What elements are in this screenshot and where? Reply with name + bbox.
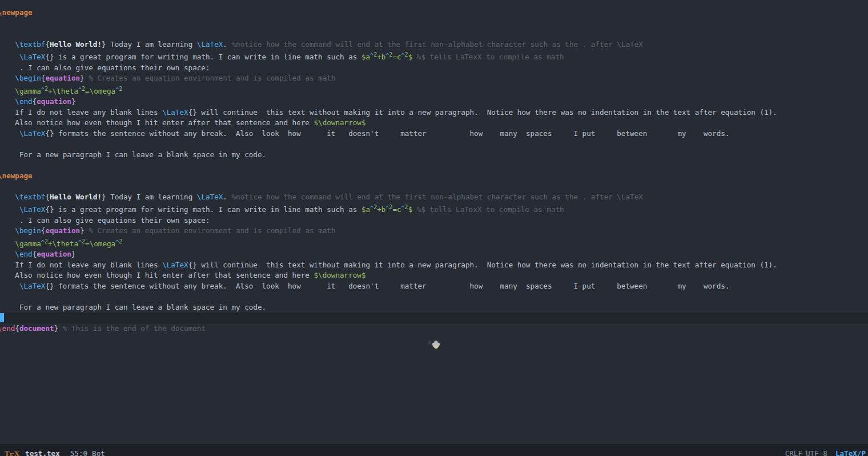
code-segment-caret: ^ xyxy=(401,53,405,59)
code-line[interactable]: \newpage xyxy=(0,7,868,18)
code-segment-fg: {} formats the sentence without any brea… xyxy=(45,129,729,138)
code-line[interactable] xyxy=(0,18,868,29)
code-segment-kw: \begin xyxy=(15,226,41,235)
code-segment-caret: ^ xyxy=(41,87,45,93)
code-segment-fg: { xyxy=(45,193,50,201)
code-line[interactable]: \LaTeX{} is a great program for writing … xyxy=(0,50,868,63)
modeline-left: TEX test.tex 55:0 Bot xyxy=(5,449,105,456)
encoding-indicator[interactable]: UTF-8 xyxy=(806,449,827,456)
code-line[interactable]: . I can also give equations their own sp… xyxy=(0,215,868,226)
code-segment-math: \gamma xyxy=(15,239,41,248)
code-line[interactable]: . I can also give equations their own sp… xyxy=(0,63,868,74)
code-line[interactable]: \end{document} % This is the end of the … xyxy=(0,323,868,334)
code-segment-env: equation xyxy=(37,250,71,258)
code-segment-caret: ^ xyxy=(41,239,45,246)
code-segment-fg: } Today I am learning xyxy=(102,193,197,201)
code-segment-sup: 2 xyxy=(119,86,122,92)
code-line[interactable]: Also notice how even though I hit enter … xyxy=(0,118,868,129)
buffer-name[interactable]: test.tex xyxy=(25,449,60,456)
code-line[interactable]: If I do not leave any blank lines \LaTeX… xyxy=(0,260,868,271)
code-line[interactable]: \LaTeX{} formats the sentence without an… xyxy=(0,129,868,139)
code-segment-fg: {} will continue this text without makin… xyxy=(188,261,777,269)
code-segment-kw: \end xyxy=(15,97,32,106)
editor-buffer[interactable]: \newpage \textbf{Hello World!} Today I a… xyxy=(0,0,868,444)
code-segment-math: $\downarrow$ xyxy=(314,118,366,127)
major-mode-indicator[interactable]: LaTeX/P xyxy=(835,449,866,456)
code-segment-fg xyxy=(0,97,15,106)
code-segment-math: =\omega xyxy=(85,239,115,248)
code-segment-fg: {} is a great program for writing math. … xyxy=(45,53,361,61)
code-segment-caret: ^ xyxy=(401,205,405,211)
code-segment-fg: { xyxy=(45,40,50,49)
code-segment-fg xyxy=(0,226,15,235)
code-line[interactable]: \end{equation} xyxy=(0,249,868,260)
code-line[interactable]: \begin{equation} % Creates an equation e… xyxy=(0,73,868,84)
code-segment-fg: {} formats the sentence without any brea… xyxy=(45,282,729,290)
editor-lines: \newpage \textbf{Hello World!} Today I a… xyxy=(0,0,868,334)
code-segment-kw: \textbf xyxy=(15,193,45,201)
code-segment-fg: . I can also give equations their own sp… xyxy=(0,63,210,72)
code-segment-sup: 2 xyxy=(45,86,48,92)
code-segment-fg: Also notice how even though I hit enter … xyxy=(0,118,314,127)
tex-logo-t: T xyxy=(5,449,10,456)
code-line[interactable] xyxy=(0,139,868,150)
code-segment-fg: . I can also give equations their own sp… xyxy=(0,216,210,225)
code-segment-cmt: % Creates an equation environment and is… xyxy=(89,74,335,82)
code-line[interactable]: \newpage xyxy=(0,171,868,182)
code-line[interactable] xyxy=(0,291,868,302)
text-cursor xyxy=(0,313,4,322)
code-segment-fg xyxy=(0,205,19,214)
code-line[interactable] xyxy=(0,160,868,171)
code-segment-sup: 2 xyxy=(373,51,377,58)
eol-indicator[interactable]: CRLF xyxy=(785,449,802,456)
code-segment-fg: } xyxy=(71,97,76,106)
mouse-cursor-icon: ✗ xyxy=(427,339,440,350)
code-segment-orange: \newpage xyxy=(0,8,33,17)
code-line[interactable]: For a new paragraph I can leave a blank … xyxy=(0,302,868,313)
code-line[interactable] xyxy=(0,29,868,39)
code-segment-cmt: %$ tells LaTexX to compile as math xyxy=(417,53,564,61)
code-segment-pink: \end xyxy=(0,324,15,333)
code-segment-fg: For a new paragraph I can leave a blank … xyxy=(0,150,266,159)
code-segment-env: document xyxy=(19,324,54,333)
code-segment-fg: {} is a great program for writing math. … xyxy=(45,205,361,214)
code-segment-kw: \LaTeX xyxy=(162,261,188,269)
code-segment-sup: 2 xyxy=(389,204,392,210)
code-line[interactable]: Also notice how even though I hit enter … xyxy=(0,270,868,281)
emacs-frame: \newpage \textbf{Hello World!} Today I a… xyxy=(0,0,868,456)
code-segment-fg: . xyxy=(223,40,231,49)
code-segment-fg xyxy=(0,53,19,61)
code-line[interactable]: \begin{equation} % Creates an equation e… xyxy=(0,226,868,237)
code-segment-fg xyxy=(412,205,417,214)
code-segment-fg: { xyxy=(15,324,19,333)
code-segment-math: =\omega xyxy=(85,87,115,95)
code-segment-bold: Hello World! xyxy=(50,40,102,49)
code-segment-fg xyxy=(0,129,19,138)
code-segment-fg: Also notice how even though I hit enter … xyxy=(0,271,314,279)
code-segment-fg xyxy=(0,74,15,82)
code-segment-math: +b xyxy=(377,53,385,61)
scroll-indicator: Bot xyxy=(92,449,105,456)
code-line[interactable]: \LaTeX{} is a great program for writing … xyxy=(0,202,868,215)
code-segment-fg xyxy=(412,53,417,61)
code-segment-kw: \LaTeX xyxy=(197,193,223,201)
code-line[interactable]: For a new paragraph I can leave a blank … xyxy=(0,150,868,161)
cursor-line[interactable] xyxy=(0,313,868,323)
code-segment-fg xyxy=(0,193,15,201)
tex-mode-icon: TEX xyxy=(5,449,19,456)
code-segment-kw: \textbf xyxy=(15,40,45,49)
code-line[interactable]: \gamma^2+\theta^2=\omega^2 xyxy=(0,237,868,250)
code-line[interactable]: \end{equation} xyxy=(0,97,868,107)
code-line[interactable]: If I do not leave any blank lines \LaTeX… xyxy=(0,107,868,118)
code-segment-fg: If I do not leave any blank lines xyxy=(0,261,162,269)
code-segment-math: $a xyxy=(361,53,370,61)
code-segment-kw: \begin xyxy=(15,74,41,82)
code-segment-sup: 2 xyxy=(45,238,48,245)
code-line[interactable]: \textbf{Hello World!} Today I am learnin… xyxy=(0,192,868,203)
code-segment-kw: \end xyxy=(15,250,32,258)
code-line[interactable]: \textbf{Hello World!} Today I am learnin… xyxy=(0,39,868,50)
code-line[interactable]: \LaTeX{} formats the sentence without an… xyxy=(0,281,868,292)
code-segment-fg: } xyxy=(54,324,63,333)
code-line[interactable] xyxy=(0,181,868,192)
code-line[interactable]: \gamma^2+\theta^2=\omega^2 xyxy=(0,84,868,97)
